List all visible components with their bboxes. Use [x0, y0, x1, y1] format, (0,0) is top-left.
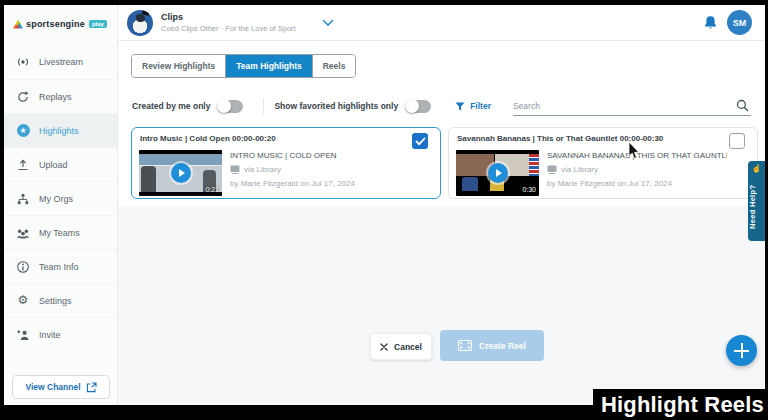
highlight-card-savannah-bananas[interactable]: Savannah Bananas | This or That Gauntlet…	[448, 127, 758, 199]
need-help-tab[interactable]: ☝ Need Help?	[748, 161, 765, 241]
sidebar-item-replays[interactable]: Replays	[4, 79, 117, 113]
highlight-checkbox[interactable]	[412, 133, 428, 149]
sidebar-item-label: Invite	[39, 330, 61, 340]
create-reel-label: Create Reel	[479, 341, 526, 351]
cancel-button[interactable]: Cancel	[370, 333, 432, 360]
sidebar-item-label: Livestream	[39, 57, 83, 67]
play-badge: play	[89, 20, 107, 28]
sportsengine-logo-icon	[13, 20, 23, 29]
waving-hand-icon: ☝	[748, 164, 765, 173]
brand-name: sportsengine	[26, 19, 85, 29]
tab-team-highlights[interactable]: Team Highlights	[225, 55, 312, 77]
play-icon	[179, 169, 185, 177]
search-icon	[736, 99, 749, 112]
channel-switcher-chevron[interactable]	[322, 19, 334, 27]
app-window: sportsengine play Livestream Replays	[4, 5, 765, 405]
sidebar-item-label: Settings	[39, 296, 72, 306]
user-avatar[interactable]: SM	[727, 10, 752, 35]
play-button[interactable]	[171, 163, 191, 183]
sidebar-item-label: Highlights	[39, 126, 79, 136]
play-button[interactable]	[488, 163, 508, 183]
highlight-card-intro-music[interactable]: Intro Music | Cold Open 00:00-00:20 0:21…	[131, 127, 441, 199]
search-icon-button[interactable]	[736, 99, 749, 112]
team-avatar[interactable]	[127, 10, 153, 36]
library-icon	[547, 165, 557, 174]
my-orgs-icon	[16, 192, 30, 206]
replays-icon	[16, 90, 30, 104]
highlight-byline: by Marie Fitzgerald on Jul 17, 2024	[230, 179, 410, 188]
video-thumbnail[interactable]: 0:21	[139, 150, 222, 196]
sidebar-item-team-info[interactable]: Team Info	[4, 249, 117, 283]
tab-reels[interactable]: Reels	[312, 55, 356, 77]
sidebar-item-upload[interactable]: Upload	[4, 147, 117, 181]
need-help-label: Need Help?	[748, 175, 765, 239]
sidebar-nav: Livestream Replays ★ Highlights	[4, 45, 117, 351]
video-thumbnail[interactable]: 0:30	[456, 150, 539, 196]
divider	[263, 98, 264, 114]
duration-badge: 0:21	[205, 186, 219, 193]
channel-title: Clips	[161, 12, 296, 22]
search-input[interactable]	[513, 101, 736, 111]
view-channel-button[interactable]: View Channel	[12, 375, 110, 399]
channel-info: Clips Coed Clips Other · For the Love of…	[161, 12, 296, 33]
external-link-icon	[86, 382, 97, 393]
main-area: Clips Coed Clips Other · For the Love of…	[118, 5, 765, 405]
notifications-bell-button[interactable]	[703, 15, 718, 31]
channel-header: Clips Coed Clips Other · For the Love of…	[118, 5, 765, 41]
created-by-me-toggle[interactable]	[217, 100, 243, 113]
channel-subtitle: Coed Clips Other · For the Love of Sport	[161, 24, 296, 33]
sidebar-item-my-orgs[interactable]: My Orgs	[4, 181, 117, 215]
duration-badge: 0:30	[522, 186, 536, 193]
filter-row: Created by me only Show favorited highli…	[132, 96, 751, 116]
sidebar-item-livestream[interactable]: Livestream	[4, 45, 117, 79]
highlight-details: SAVANNAH BANANAS | THIS OR THAT GAUNTLET…	[547, 151, 727, 188]
sidebar-item-label: My Orgs	[39, 194, 73, 204]
highlight-name: SAVANNAH BANANAS | THIS OR THAT GAUNTLET	[547, 151, 727, 160]
highlight-byline: by Marie Fitzgerald on Jul 17, 2024	[547, 179, 727, 188]
close-icon	[380, 343, 388, 351]
sidebar-item-label: Team Info	[39, 262, 79, 272]
highlight-source-label: via Library	[561, 165, 598, 174]
play-icon	[496, 169, 502, 177]
highlight-title: Savannah Bananas | This or That Gauntlet…	[457, 134, 663, 143]
caption-text: Highlight Reels	[601, 392, 764, 418]
highlight-source: via Library	[547, 165, 727, 174]
bell-icon	[703, 15, 718, 31]
favorited-only-toggle[interactable]	[405, 100, 431, 113]
highlights-panel: Review Highlights Team Highlights Reels …	[118, 41, 765, 206]
upload-icon	[16, 158, 30, 172]
created-by-me-label: Created by me only	[132, 101, 210, 111]
filter-label: Filter	[470, 101, 491, 111]
sidebar: sportsengine play Livestream Replays	[4, 5, 118, 405]
team-info-icon	[16, 260, 30, 274]
add-button[interactable]	[726, 335, 757, 366]
settings-icon: ⚙	[16, 294, 30, 308]
highlight-source: via Library	[230, 165, 410, 174]
sidebar-item-label: Replays	[39, 92, 72, 102]
sidebar-item-label: Upload	[39, 160, 68, 170]
tab-bar: Review Highlights Team Highlights Reels	[131, 54, 356, 78]
sidebar-item-invite[interactable]: Invite	[4, 317, 117, 351]
video-frame: sportsengine play Livestream Replays	[0, 0, 768, 420]
highlight-details: INTRO MUSIC | COLD OPEN via Library by M…	[230, 151, 410, 188]
search-field	[513, 96, 751, 116]
checkmark-icon	[415, 137, 426, 146]
film-reel-icon	[458, 340, 472, 351]
sidebar-item-label: My Teams	[39, 228, 80, 238]
header-actions: SM	[703, 10, 752, 35]
sidebar-item-highlights[interactable]: ★ Highlights	[4, 113, 117, 147]
filter-button[interactable]: Filter	[455, 101, 491, 111]
chevron-down-icon	[322, 19, 334, 27]
invite-icon	[16, 328, 30, 342]
library-icon	[230, 165, 240, 174]
highlight-checkbox[interactable]	[729, 133, 745, 149]
tab-review-highlights[interactable]: Review Highlights	[132, 55, 225, 77]
create-reel-button[interactable]: Create Reel	[440, 330, 544, 361]
highlight-source-label: via Library	[244, 165, 281, 174]
highlight-name: INTRO MUSIC | COLD OPEN	[230, 151, 410, 160]
filter-funnel-icon	[455, 102, 465, 111]
sidebar-item-settings[interactable]: ⚙ Settings	[4, 283, 117, 317]
sidebar-item-my-teams[interactable]: My Teams	[4, 215, 117, 249]
highlight-title: Intro Music | Cold Open 00:00-00:20	[140, 134, 276, 143]
view-channel-label: View Channel	[25, 382, 80, 392]
